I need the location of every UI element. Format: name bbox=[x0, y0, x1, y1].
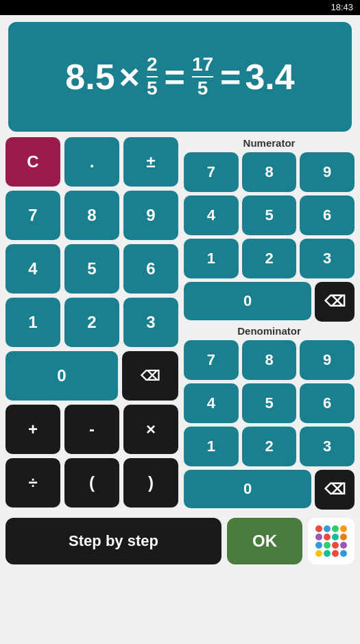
den-display-row: 0 ⌫ bbox=[184, 470, 355, 510]
decimal-button[interactable]: . bbox=[64, 137, 119, 187]
num-row3: 1 2 3 bbox=[184, 239, 355, 278]
den-btn-7[interactable]: 7 bbox=[184, 340, 239, 380]
frac2-den: 5 bbox=[197, 77, 208, 99]
left-row5: 0 ⌫ bbox=[5, 351, 178, 401]
btn-6[interactable]: 6 bbox=[123, 244, 178, 294]
den-btn-3[interactable]: 3 bbox=[300, 427, 355, 466]
num-row1: 7 8 9 bbox=[184, 152, 355, 192]
frac1-den: 5 bbox=[147, 77, 158, 99]
num-btn-3[interactable]: 3 bbox=[300, 239, 355, 278]
equals1: = bbox=[165, 56, 185, 97]
close-paren-button[interactable]: ) bbox=[123, 458, 178, 508]
num-btn-8[interactable]: 8 bbox=[242, 152, 297, 192]
den-btn-4[interactable]: 4 bbox=[184, 383, 239, 423]
den-row1: 7 8 9 bbox=[184, 340, 355, 380]
den-btn-5[interactable]: 5 bbox=[242, 383, 297, 423]
btn-7[interactable]: 7 bbox=[5, 191, 60, 240]
frac1-num: 2 bbox=[147, 54, 158, 77]
display-area: 8.5 × 2 5 = 17 5 = 3.4 bbox=[8, 22, 352, 132]
step-by-step-button[interactable]: Step by step bbox=[5, 518, 221, 564]
numerator-label: Numerator bbox=[184, 137, 355, 149]
main-area: C . ± 7 8 9 4 5 6 1 2 3 0 ⌫ bbox=[0, 137, 360, 510]
times-symbol: × bbox=[119, 56, 140, 97]
ok-button[interactable]: OK bbox=[227, 518, 302, 564]
num-btn-5[interactable]: 5 bbox=[242, 195, 297, 235]
numerator-display: 0 bbox=[184, 282, 311, 320]
equals2: = bbox=[220, 56, 241, 97]
num-btn-2[interactable]: 2 bbox=[242, 239, 297, 278]
left-row2: 7 8 9 bbox=[5, 191, 178, 240]
btn-0[interactable]: 0 bbox=[5, 351, 118, 401]
den-btn-8[interactable]: 8 bbox=[242, 340, 297, 380]
num-row2: 4 5 6 bbox=[184, 195, 355, 235]
den-backspace-icon: ⌫ bbox=[324, 481, 346, 499]
open-paren-button[interactable]: ( bbox=[64, 458, 119, 508]
bottom-bar: Step by step OK bbox=[0, 512, 360, 564]
fraction2: 17 5 bbox=[192, 54, 213, 99]
num-btn-7[interactable]: 7 bbox=[184, 152, 239, 192]
multiply-button[interactable]: × bbox=[123, 405, 178, 454]
den-btn-6[interactable]: 6 bbox=[300, 383, 355, 423]
btn-1[interactable]: 1 bbox=[5, 298, 60, 347]
num-btn-4[interactable]: 4 bbox=[184, 195, 239, 235]
num-btn-1[interactable]: 1 bbox=[184, 239, 239, 278]
den-backspace-button[interactable]: ⌫ bbox=[315, 470, 355, 510]
fraction1: 2 5 bbox=[147, 54, 158, 99]
backspace-icon: ⌫ bbox=[141, 368, 160, 384]
btn-5[interactable]: 5 bbox=[64, 244, 119, 294]
frac2-num: 17 bbox=[192, 54, 213, 77]
num-backspace-icon: ⌫ bbox=[324, 293, 346, 311]
divide-button[interactable]: ÷ bbox=[5, 458, 60, 508]
num-backspace-button[interactable]: ⌫ bbox=[315, 282, 355, 322]
left-row4: 1 2 3 bbox=[5, 298, 178, 347]
display-number: 8.5 bbox=[65, 56, 115, 97]
den-row2: 4 5 6 bbox=[184, 383, 355, 423]
denominator-label: Denominator bbox=[184, 325, 355, 337]
den-row3: 1 2 3 bbox=[184, 427, 355, 466]
left-operators2: ÷ ( ) bbox=[5, 458, 178, 508]
status-bar: 18:43 bbox=[0, 0, 360, 15]
btn-8[interactable]: 8 bbox=[64, 191, 119, 240]
expression: 8.5 × 2 5 = 17 5 = 3.4 bbox=[65, 54, 294, 99]
num-btn-9[interactable]: 9 bbox=[300, 152, 355, 192]
clear-button[interactable]: C bbox=[5, 137, 60, 187]
left-keypad: C . ± 7 8 9 4 5 6 1 2 3 0 ⌫ bbox=[5, 137, 178, 510]
backspace-button[interactable]: ⌫ bbox=[122, 351, 178, 401]
num-btn-6[interactable]: 6 bbox=[300, 195, 355, 235]
lightbulb-icon bbox=[315, 525, 347, 557]
plus-button[interactable]: + bbox=[5, 405, 60, 454]
num-display-row: 0 ⌫ bbox=[184, 282, 355, 322]
time: 18:43 bbox=[331, 2, 353, 12]
den-btn-9[interactable]: 9 bbox=[300, 340, 355, 380]
btn-4[interactable]: 4 bbox=[5, 244, 60, 294]
den-btn-1[interactable]: 1 bbox=[184, 427, 239, 466]
plusminus-button[interactable]: ± bbox=[123, 137, 178, 187]
denominator-display: 0 bbox=[184, 470, 311, 508]
idea-button[interactable] bbox=[308, 518, 355, 564]
right-keypad: Numerator 7 8 9 4 5 6 1 2 3 0 ⌫ Denomina… bbox=[184, 137, 355, 510]
minus-button[interactable]: - bbox=[64, 405, 119, 454]
left-row1: C . ± bbox=[5, 137, 178, 187]
result: 3.4 bbox=[245, 56, 294, 97]
left-row3: 4 5 6 bbox=[5, 244, 178, 294]
btn-3[interactable]: 3 bbox=[123, 298, 178, 347]
btn-2[interactable]: 2 bbox=[64, 298, 119, 347]
left-operators1: + - × bbox=[5, 405, 178, 454]
btn-9[interactable]: 9 bbox=[123, 191, 178, 240]
den-btn-2[interactable]: 2 bbox=[242, 427, 297, 466]
